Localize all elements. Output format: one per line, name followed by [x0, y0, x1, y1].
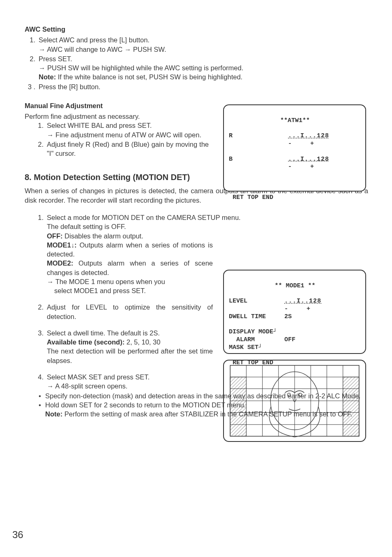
manual-step2: 2. Adjust finely R (Red) and B (Blue) ga…: [33, 140, 209, 158]
s8-step3: 3. Select a dwell time. The default is 2…: [33, 328, 213, 365]
step-num: 3.: [35, 328, 44, 337]
osd-b-label: B: [229, 156, 233, 163]
step-note: Note: If the white balance is not set, P…: [39, 72, 368, 81]
osd-scale: - +: [288, 140, 314, 147]
step-sub: → PUSH SW will be highlighted while the …: [39, 63, 368, 72]
osd-b-scale: - +: [229, 163, 314, 170]
avail-text: 2, 5, 10, 30: [125, 338, 160, 346]
step-text: Select WHITE BAL and press SET.: [47, 122, 152, 129]
step-num: 1.: [35, 121, 44, 130]
mode1-line: MODE1↓: Outputs alarm when a series of m…: [47, 240, 213, 259]
osd-mask-row: MASK SET┘: [229, 344, 262, 351]
step-text: Select AWC and press the [L] button.: [39, 36, 150, 44]
page-number: 36: [12, 528, 23, 541]
osd-scale: - +: [284, 305, 310, 312]
mode2-label: MODE2:: [47, 259, 73, 267]
osd-r-scale: - +: [229, 140, 314, 147]
step-num: 1.: [26, 35, 35, 44]
step-line3: The next detection will be performed aft…: [47, 347, 213, 365]
mask-grid-illustration: [223, 360, 366, 442]
osd-disp-row: DISPLAY MODE┘: [229, 328, 277, 335]
osd-alarm-label: ALARM: [229, 336, 255, 343]
svg-rect-15: [230, 377, 246, 436]
step-sub: → Fine adjustment menu of ATW or AWC wil…: [47, 130, 209, 139]
note-label: Note:: [45, 410, 62, 418]
step-text: Adjust for LEVEL to optimize the sensiti…: [47, 303, 213, 321]
note-text: If the white balance is not set, PUSH SW…: [56, 73, 242, 81]
mode1-label: MODE1↓:: [47, 241, 76, 249]
step-text: Select MASK SET and press SET.: [47, 373, 150, 381]
awc-step3: 3 . Press the [R] button.: [25, 82, 368, 91]
step-num: 2.: [26, 54, 35, 63]
osd-dwell-row: DWELL TIME 2S: [229, 313, 292, 320]
step-line2: The default setting is OFF.: [47, 222, 368, 231]
osd-r-val: ...I...128: [288, 132, 329, 139]
sub-a: → The MODE 1 menu opens when you: [47, 278, 165, 285]
osd-scale: - +: [288, 163, 314, 170]
step-sub: → The MODE 1 menu opens when you select …: [47, 277, 213, 296]
step-num: 2.: [35, 303, 44, 312]
off-label: OFF:: [47, 232, 63, 240]
osd-title: **ATW1**: [229, 117, 361, 125]
svg-point-19: [299, 393, 302, 396]
step-num: 2.: [35, 140, 44, 149]
osd-level-label: LEVEL: [229, 298, 247, 305]
s8-step2: 2. Adjust for LEVEL to optimize the sens…: [33, 303, 213, 321]
mode2-line: MODE2: Outputs alarm when a series of sc…: [47, 259, 213, 277]
osd-level-scale: - +: [229, 305, 310, 312]
avail-line: Available time (second): 2, 5, 10, 30: [47, 337, 213, 347]
osd-r-label: R: [229, 132, 233, 139]
step-text: Adjust finely R (Red) and B (Blue) gain …: [47, 140, 209, 158]
off-text: Disables the alarm output.: [63, 232, 143, 240]
manual-step1: 1. Select WHITE BAL and press SET. → Fin…: [33, 121, 209, 139]
osd-r-row: R ...I...128: [229, 132, 329, 139]
awc-step2: 2. Press SET. → PUSH SW will be highligh…: [25, 54, 368, 82]
osd-b-row: B ...I...128: [229, 156, 329, 163]
step-num: 1.: [35, 213, 44, 222]
step-text: Press the [R] button.: [39, 83, 100, 90]
step-num: 4.: [35, 372, 44, 381]
off-line: OFF: Disables the alarm output.: [47, 231, 368, 240]
avail-label: Available time (second):: [47, 338, 125, 346]
osd-level-val: ...I..128: [284, 298, 321, 305]
sub-b: select MODE1 and press SET.: [47, 286, 213, 295]
osd-dwell-label: DWELL TIME: [229, 313, 266, 320]
step-text: Press SET.: [39, 55, 72, 62]
osd-footer: RET TOP END: [229, 194, 273, 201]
awc-step1: 1. Select AWC and press the [L] button. …: [25, 35, 368, 54]
osd-alarm-row: ALARM OFF: [229, 336, 295, 343]
note-label: Note:: [39, 73, 56, 81]
awc-steps: 1. Select AWC and press the [L] button. …: [25, 35, 368, 91]
osd-level-row: LEVEL ...I..128: [229, 298, 321, 305]
step-text: Select a mode for MOTION DET on the CAME…: [47, 214, 241, 221]
svg-rect-16: [343, 377, 359, 436]
osd-b-val: ...I...128: [288, 156, 329, 163]
osd-title: ** MODE1 **: [229, 282, 361, 290]
osd-alarm-val: OFF: [284, 336, 295, 343]
step-num: 3 .: [25, 82, 35, 91]
awc-heading: AWC Setting: [25, 25, 368, 34]
svg-point-18: [287, 393, 291, 396]
step-text: Select a dwell time. The default is 2S.: [47, 329, 160, 337]
osd-dwell-val: 2S: [284, 313, 292, 320]
awc-section: AWC Setting 1. Select AWC and press the …: [25, 25, 368, 91]
osd-panel-atw1: **ATW1** R ...I...128 - + B ...I...128 -…: [223, 104, 366, 192]
step-sub: → AWC will change to AWC → PUSH SW.: [39, 45, 368, 54]
manual-steps: 1. Select WHITE BAL and press SET. → Fin…: [33, 121, 209, 158]
osd-panel-mode1: ** MODE1 ** LEVEL ...I..128 - + DWELL TI…: [223, 270, 366, 354]
